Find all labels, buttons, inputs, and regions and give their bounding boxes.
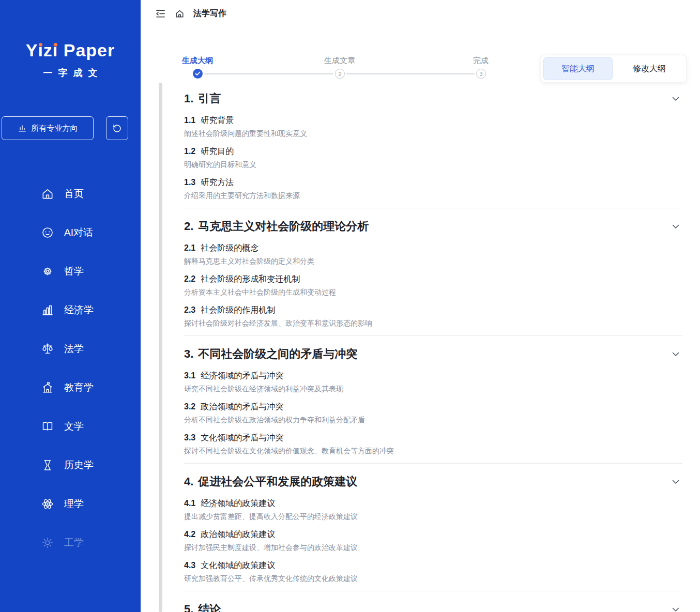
education-icon bbox=[40, 380, 55, 395]
outline-item: 2.3社会阶级的作用机制 探讨社会阶级对社会经济发展、政治变革和意识形态的影响 bbox=[184, 304, 682, 328]
item-title: 研究方法 bbox=[201, 178, 234, 187]
breadcrumb-title: 法学写作 bbox=[193, 8, 226, 19]
section-title: 促进社会公平和发展的政策建议 bbox=[198, 475, 357, 488]
history-restore-icon bbox=[112, 124, 122, 133]
law-scales-icon bbox=[40, 342, 55, 356]
section-title: 引言 bbox=[198, 92, 221, 105]
item-title: 文化领域的矛盾与冲突 bbox=[201, 433, 283, 442]
item-description: 研究加强教育公平、传承优秀文化传统的文化政策建议 bbox=[184, 574, 682, 583]
outline-item: 4.2政治领域的政策建议 探讨加强民主制度建设、增加社会参与的政治改革建议 bbox=[184, 529, 682, 552]
item-description: 解释马克思主义对社会阶级的定义和分类 bbox=[184, 256, 682, 266]
item-title-row: 2.2社会阶级的形成和变迁机制 bbox=[184, 273, 682, 285]
section-header[interactable]: 2.马克思主义对社会阶级的理论分析 bbox=[184, 219, 682, 234]
section-title: 结论 bbox=[198, 603, 221, 612]
nav-label: 历史学 bbox=[64, 458, 94, 472]
section-header[interactable]: 1.引言 bbox=[184, 91, 682, 106]
step-label-finish: 完成 bbox=[450, 56, 512, 66]
sidebar-item-science[interactable]: 理学 bbox=[0, 484, 141, 523]
outline-item: 1.3研究方法 介绍采用的主要研究方法和数据来源 bbox=[184, 177, 682, 200]
sidebar-item-home[interactable]: 首页 bbox=[0, 174, 141, 213]
item-title: 社会阶级的概念 bbox=[201, 243, 258, 252]
chevron-down-icon[interactable] bbox=[669, 605, 682, 612]
history-button[interactable] bbox=[106, 116, 128, 140]
section-title-row: 2.马克思主义对社会阶级的理论分析 bbox=[184, 219, 369, 234]
step-circle-1-check-icon[interactable] bbox=[193, 69, 203, 79]
outline-section: 1.引言 1.1研究背景 阐述社会阶级 bbox=[184, 81, 682, 208]
item-number: 4.1 bbox=[184, 499, 195, 508]
section-header[interactable]: 5.结论 bbox=[184, 602, 682, 612]
chevron-down-icon[interactable] bbox=[669, 95, 682, 103]
sidebar-nav: 首页 AI对话 bbox=[0, 174, 141, 562]
nav-label: 文学 bbox=[64, 420, 84, 433]
nav-label: 理学 bbox=[64, 497, 84, 511]
sidebar-item-education[interactable]: 教育学 bbox=[0, 368, 141, 407]
section-number: 1. bbox=[184, 92, 193, 105]
item-title: 政治领域的矛盾与冲突 bbox=[201, 402, 283, 411]
outline-section: 3.不同社会阶级之间的矛盾与冲突 3.1经济领域的矛盾与冲突 bbox=[184, 336, 682, 464]
chevron-down-icon[interactable] bbox=[669, 350, 682, 359]
smart-outline-button[interactable]: 智能大纲 bbox=[543, 57, 613, 80]
all-majors-button[interactable]: 所有专业方向 bbox=[2, 116, 94, 140]
section-title-row: 4.促进社会公平和发展的政策建议 bbox=[184, 474, 357, 489]
nav-label: 哲学 bbox=[64, 265, 84, 278]
nav-label: 法学 bbox=[64, 342, 84, 356]
item-number: 2.2 bbox=[184, 274, 195, 283]
logo-letter-i: i bbox=[53, 40, 58, 60]
scrollbar-thumb[interactable] bbox=[159, 83, 162, 612]
item-number: 3.2 bbox=[184, 402, 195, 411]
nav-label: AI对话 bbox=[64, 226, 93, 239]
breadcrumb-home-icon[interactable] bbox=[175, 9, 185, 19]
collapse-sidebar-icon[interactable] bbox=[155, 8, 166, 19]
item-title: 研究背景 bbox=[201, 116, 234, 125]
item-description: 探讨不同社会阶级在文化领域的价值观念、教育机会等方面的冲突 bbox=[184, 446, 682, 455]
logo-letter: Paper bbox=[58, 40, 115, 60]
outline-item: 4.1经济领域的政策建议 提出减少贫富差距、提高收入分配公平的经济政策建议 bbox=[184, 498, 682, 521]
nav-label: 教育学 bbox=[64, 381, 94, 394]
outline-section: 2.马克思主义对社会阶级的理论分析 2.1社会阶级的概念 bbox=[184, 208, 682, 336]
step-circle-2[interactable]: 2 bbox=[335, 69, 345, 79]
sidebar: Yizi Paper 一字成文 所有专业方向 bbox=[0, 0, 141, 612]
item-title-row: 1.2研究目的 bbox=[184, 146, 682, 157]
item-title-row: 4.3文化领域的政策建议 bbox=[184, 560, 682, 571]
outline-section: 5.结论 bbox=[184, 591, 682, 612]
item-description: 明确研究的目标和意义 bbox=[184, 160, 682, 169]
item-number: 4.3 bbox=[184, 561, 195, 570]
section-header[interactable]: 3.不同社会阶级之间的矛盾与冲突 bbox=[184, 346, 682, 362]
section-header[interactable]: 4.促进社会公平和发展的政策建议 bbox=[184, 474, 682, 489]
section-title: 不同社会阶级之间的矛盾与冲突 bbox=[198, 347, 357, 360]
step-label-generate-outline: 生成大纲 bbox=[166, 56, 229, 66]
sidebar-item-engineering[interactable]: 工学 bbox=[0, 523, 141, 562]
section-number: 4. bbox=[184, 475, 193, 488]
sidebar-item-economics[interactable]: 经济学 bbox=[0, 290, 141, 329]
edit-outline-button[interactable]: 修改大纲 bbox=[615, 57, 684, 80]
item-description: 分析不同社会阶级在政治领域的权力争夺和利益分配矛盾 bbox=[184, 415, 682, 424]
chevron-down-icon[interactable] bbox=[669, 222, 682, 231]
sidebar-item-philosophy[interactable]: 哲学 bbox=[0, 252, 141, 290]
item-title-row: 2.1社会阶级的概念 bbox=[184, 242, 682, 254]
item-title-row: 3.2政治领域的矛盾与冲突 bbox=[184, 401, 682, 412]
stepper: 生成大纲 生成文章 完成 2 3 bbox=[180, 56, 511, 83]
main-content: 生成大纲 生成文章 完成 2 3 智能大纲 修改大纲 bbox=[141, 27, 700, 612]
item-title-row: 3.3文化领域的矛盾与冲突 bbox=[184, 432, 682, 443]
sidebar-item-law[interactable]: 法学 bbox=[0, 329, 141, 368]
outline-item: 1.2研究目的 明确研究的目标和意义 bbox=[184, 146, 682, 169]
science-atom-icon bbox=[40, 497, 55, 511]
logo-letter: Y bbox=[26, 40, 38, 60]
item-description: 阐述社会阶级问题的重要性和现实意义 bbox=[184, 129, 682, 138]
outline-item: 2.1社会阶级的概念 解释马克思主义对社会阶级的定义和分类 bbox=[184, 242, 682, 266]
section-title-row: 1.引言 bbox=[184, 91, 221, 106]
sidebar-item-history[interactable]: 历史学 bbox=[0, 446, 141, 484]
step-circle-3[interactable]: 3 bbox=[476, 69, 486, 79]
nav-label: 工学 bbox=[64, 536, 84, 549]
item-description: 研究不同社会阶级在经济领域的利益冲突及其表现 bbox=[184, 384, 682, 393]
item-title: 社会阶级的形成和变迁机制 bbox=[201, 274, 300, 283]
section-title-row: 5.结论 bbox=[184, 602, 221, 612]
step-connector bbox=[204, 73, 333, 74]
sidebar-item-ai-chat[interactable]: AI对话 bbox=[0, 213, 141, 252]
sidebar-item-literature[interactable]: 文学 bbox=[0, 407, 141, 446]
chevron-down-icon[interactable] bbox=[669, 478, 682, 486]
app-root: Yizi Paper 一字成文 所有专业方向 bbox=[0, 0, 700, 612]
app-logo: Yizi Paper bbox=[0, 40, 141, 60]
item-title-row: 2.3社会阶级的作用机制 bbox=[184, 304, 682, 316]
nav-label: 经济学 bbox=[64, 303, 94, 317]
